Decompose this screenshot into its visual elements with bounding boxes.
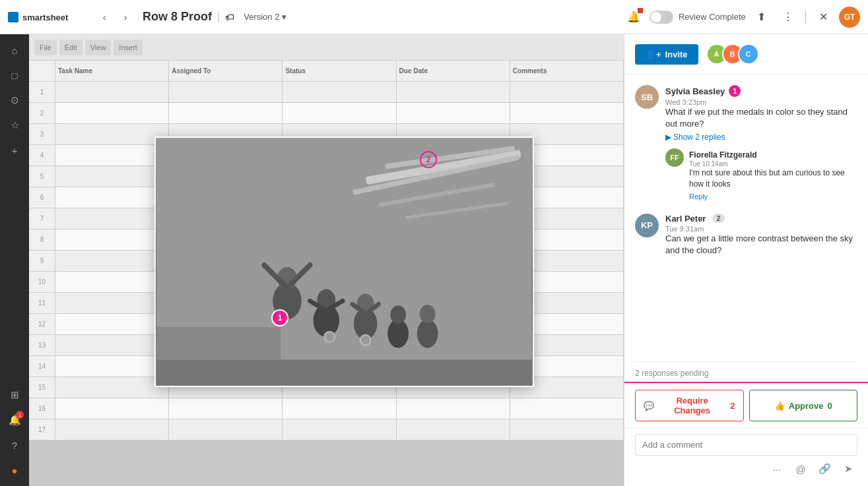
cell bbox=[397, 419, 510, 440]
page-title: Row 8 Proof bbox=[143, 10, 212, 24]
cell: 17 bbox=[29, 419, 55, 440]
cell bbox=[55, 208, 169, 229]
comments-area[interactable]: SB Sylvia Beasley 1 Wed 3:23pm What if w… bbox=[624, 75, 868, 361]
invite-icon: 👤+ bbox=[646, 49, 661, 59]
cell: 2 bbox=[29, 103, 55, 124]
reply-thread-1: FF Fiorella Fitzgerald Tue 10:14am I'm n… bbox=[665, 148, 857, 200]
fiorella-avatar: FF bbox=[665, 148, 684, 167]
comment-thread-2: KP Karl Peter 2 Tue 9:31am Can we get a … bbox=[635, 214, 857, 259]
sheet-row: 2 bbox=[29, 103, 624, 124]
sidebar-item-sheets[interactable]: □ bbox=[4, 65, 25, 86]
cell bbox=[55, 251, 169, 272]
comment-time-2: Tue 9:31am bbox=[665, 225, 857, 233]
panel-header: 👤+ Invite A B C bbox=[624, 34, 868, 75]
sidebar-item-favorites[interactable]: ☆ bbox=[4, 115, 25, 136]
sidebar-item-grid[interactable]: ⊞ bbox=[4, 384, 25, 406]
main-area: ⌂ □ ⊙ ☆ + ⊞ 🔔 1 ? ● File Edit View Inser… bbox=[0, 34, 868, 486]
photo-svg bbox=[156, 138, 533, 386]
cell bbox=[510, 398, 624, 419]
comment-input-actions: ··· @ 🔗 ➤ bbox=[635, 460, 857, 478]
cell: 14 bbox=[29, 356, 55, 377]
comment-input-area: ··· @ 🔗 ➤ bbox=[624, 428, 868, 486]
cell bbox=[55, 187, 169, 208]
cell bbox=[55, 419, 169, 440]
svg-point-26 bbox=[324, 332, 335, 342]
mention-icon[interactable]: @ bbox=[791, 460, 810, 478]
sidebar-item-home[interactable]: ⌂ bbox=[4, 40, 25, 61]
cell bbox=[55, 335, 169, 356]
cell bbox=[169, 398, 283, 419]
user-avatar: GT bbox=[839, 7, 860, 28]
require-changes-button[interactable]: 💬 Require Changes 2 bbox=[635, 390, 744, 421]
cell: 13 bbox=[29, 335, 55, 356]
cell bbox=[283, 398, 396, 419]
review-complete-toggle[interactable] bbox=[650, 11, 673, 24]
svg-rect-25 bbox=[156, 327, 281, 359]
sidebar-item-help[interactable]: ? bbox=[4, 435, 25, 456]
version-selector[interactable]: Version 2 ▾ bbox=[240, 11, 290, 23]
invite-button[interactable]: 👤+ Invite bbox=[635, 44, 698, 65]
right-panel: 👤+ Invite A B C SB Sylvia Beasley 1 bbox=[624, 34, 868, 486]
annotation-marker-1[interactable]: 1 bbox=[271, 309, 288, 326]
pending-status: 2 responses pending bbox=[624, 362, 868, 383]
proof-image: 1 2 bbox=[154, 137, 534, 387]
cell bbox=[397, 82, 510, 103]
cell: 4 bbox=[29, 145, 55, 166]
toolbar-item: Edit bbox=[59, 40, 83, 55]
svg-rect-0 bbox=[8, 12, 18, 22]
sidebar-item-new[interactable]: + bbox=[4, 140, 25, 161]
cell bbox=[55, 377, 169, 398]
sheet-row: 16 bbox=[29, 398, 624, 419]
cell: 8 bbox=[29, 229, 55, 251]
more-options-comment-icon[interactable]: ··· bbox=[768, 460, 786, 478]
send-icon[interactable]: ➤ bbox=[839, 460, 857, 478]
toolbar-item: File bbox=[34, 40, 57, 55]
cell: Comments bbox=[510, 61, 624, 82]
more-options-button[interactable]: ⋮ bbox=[778, 7, 799, 28]
toolbar-item: Insert bbox=[114, 40, 143, 55]
sidebar-item-notifications[interactable]: 🔔 1 bbox=[4, 410, 25, 431]
cell bbox=[29, 61, 55, 82]
title-area: Row 8 Proof | 🏷 Version 2 ▾ bbox=[143, 10, 615, 24]
cell: 9 bbox=[29, 251, 55, 272]
approve-button[interactable]: 👍 Approve 0 bbox=[749, 390, 858, 421]
notification-icon[interactable]: 🔔 bbox=[623, 7, 644, 28]
cell bbox=[169, 419, 283, 440]
topbar: smartsheet ‹ › Row 8 Proof | 🏷 Version 2… bbox=[0, 0, 868, 34]
forward-button[interactable]: › bbox=[116, 8, 135, 26]
cell bbox=[55, 145, 169, 166]
cell: Task Name bbox=[55, 61, 169, 82]
cell: 3 bbox=[29, 124, 55, 145]
cell bbox=[397, 103, 510, 124]
cell bbox=[169, 82, 283, 103]
annotation-marker-2[interactable]: 2 bbox=[420, 151, 437, 168]
back-button[interactable]: ‹ bbox=[95, 8, 114, 26]
comment-number-badge-2: 2 bbox=[712, 214, 724, 223]
show-replies-1[interactable]: ▶ Show 2 replies bbox=[665, 133, 857, 142]
sidebar-item-profile[interactable]: ● bbox=[4, 460, 25, 481]
cell bbox=[510, 82, 624, 103]
share-button[interactable]: ⬆ bbox=[751, 7, 772, 28]
cell bbox=[55, 82, 169, 103]
karl-avatar: KP bbox=[635, 214, 659, 237]
comment-header-1: Sylvia Beasley 1 bbox=[665, 85, 857, 97]
sidebar-item-recent[interactable]: ⊙ bbox=[4, 90, 25, 111]
require-icon: 💬 bbox=[644, 401, 654, 411]
close-button[interactable]: ✕ bbox=[813, 7, 834, 28]
reply-link-1[interactable]: Reply bbox=[689, 193, 857, 200]
cell bbox=[55, 166, 169, 187]
sheet-header: Task Name Assigned To Status Due Date Co… bbox=[29, 61, 624, 82]
cell bbox=[55, 229, 169, 251]
reply-body-1: Fiorella Fitzgerald Tue 10:14am I'm not … bbox=[689, 148, 857, 200]
nav-arrows: ‹ › bbox=[95, 8, 135, 26]
comment-body-2: Karl Peter 2 Tue 9:31am Can we get a lit… bbox=[665, 214, 857, 259]
comment-input[interactable] bbox=[635, 434, 857, 456]
comment-header-2: Karl Peter 2 bbox=[665, 214, 857, 224]
sylvia-avatar: SB bbox=[635, 85, 659, 109]
attachment-icon[interactable]: 🔗 bbox=[815, 460, 834, 478]
image-content bbox=[156, 138, 533, 386]
reply-item-1: FF Fiorella Fitzgerald Tue 10:14am I'm n… bbox=[665, 148, 857, 200]
cell bbox=[283, 82, 396, 103]
cell: Assigned To bbox=[169, 61, 283, 82]
approve-icon: 👍 bbox=[774, 401, 785, 411]
